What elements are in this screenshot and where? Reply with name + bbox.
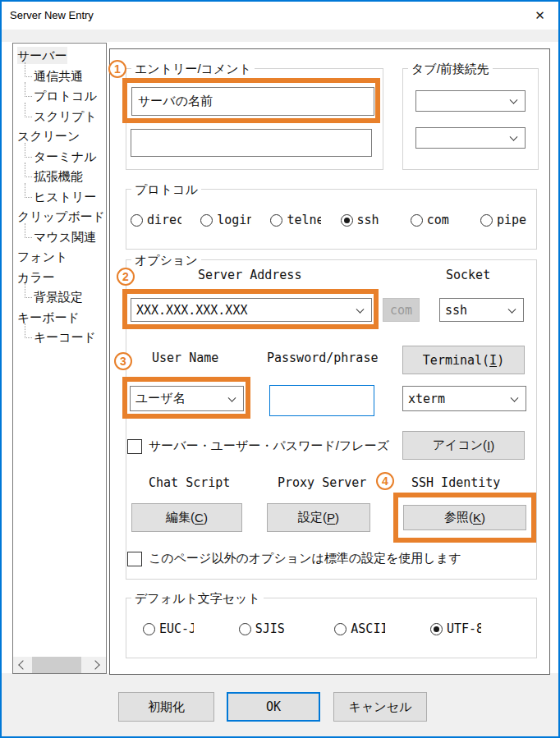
close-button[interactable]: ✕ xyxy=(521,2,558,30)
protocol-radio-row: direct login telnet ssh com pipe xyxy=(131,213,531,227)
title-bar: Server New Entry ✕ xyxy=(2,2,558,30)
ok-button[interactable]: OK xyxy=(227,692,320,722)
save-password-checkbox[interactable]: サーバー・ユーザー・パスワード/フレーズ xyxy=(127,438,389,454)
tree-item-script[interactable]: スクリプト xyxy=(17,107,106,127)
server-new-entry-dialog: Server New Entry ✕ サーバー 通信共通 プロトコル スクリプト… xyxy=(0,0,560,738)
socket-label: Socket xyxy=(446,268,490,282)
terminal-button[interactable]: Terminal(I) xyxy=(402,346,525,374)
radio-charset-sjis[interactable]: SJIS xyxy=(239,621,290,636)
radio-protocol-com[interactable]: com xyxy=(411,213,461,227)
cancel-button[interactable]: キャンセル xyxy=(333,692,427,722)
window-title: Server New Entry xyxy=(10,9,94,21)
annotation-number-3: 3 xyxy=(114,352,132,370)
radio-icon xyxy=(341,214,353,227)
proxy-config-button[interactable]: 設定(P) xyxy=(267,503,370,532)
titlebar-divider xyxy=(2,30,558,42)
chevron-down-icon xyxy=(511,393,519,401)
radio-charset-utf8[interactable]: UTF-8 xyxy=(430,621,481,636)
radio-icon xyxy=(411,214,423,227)
scroll-left-icon[interactable] xyxy=(13,657,31,673)
socket-combo[interactable]: ssh xyxy=(439,298,524,322)
chevron-down-icon xyxy=(510,96,518,104)
use-standard-settings-checkbox[interactable]: このページ以外のオプションは標準の設定を使用します xyxy=(127,551,461,566)
radio-protocol-direct[interactable]: direct xyxy=(131,213,181,227)
tree-item-font[interactable]: フォント xyxy=(17,247,106,268)
settings-tree: サーバー 通信共通 プロトコル スクリプト スクリーン ターミナル 拡張機能 ヒ… xyxy=(12,43,107,674)
password-input[interactable] xyxy=(269,385,374,416)
radio-protocol-pipe[interactable]: pipe xyxy=(480,213,531,227)
checkbox-icon xyxy=(127,439,142,454)
tree-item-history[interactable]: ヒストリー xyxy=(17,187,106,208)
password-label: Password/phrase xyxy=(267,351,378,365)
scroll-right-icon[interactable] xyxy=(88,657,106,673)
option-group-label: オプション xyxy=(131,252,201,268)
radio-icon xyxy=(200,214,213,227)
checkbox-icon xyxy=(127,552,142,566)
charset-radio-row: EUC-JP SJIS ASCII UTF-8 xyxy=(143,621,481,636)
radio-icon xyxy=(131,214,143,227)
protocol-group-label: プロトコル xyxy=(131,181,201,197)
chevron-down-icon xyxy=(228,393,236,401)
radio-protocol-login[interactable]: login xyxy=(200,213,251,227)
com-button: com xyxy=(383,298,420,322)
chevron-down-icon xyxy=(510,133,518,141)
tab-preconnect-group: タブ/前接続先 xyxy=(402,68,539,170)
tree-item-mouse[interactable]: マウス関連 xyxy=(17,227,106,248)
radio-charset-ascii[interactable]: ASCII xyxy=(334,621,385,636)
tree-item-background[interactable]: 背景設定 xyxy=(17,287,106,308)
comment-input[interactable] xyxy=(131,129,372,157)
preconnect-select[interactable] xyxy=(415,127,526,149)
chevron-down-icon xyxy=(356,305,365,313)
tree-item-keycode[interactable]: キーコード xyxy=(17,328,106,348)
tab-preconnect-group-label: タブ/前接続先 xyxy=(408,61,493,76)
radio-icon xyxy=(143,623,155,635)
radio-icon xyxy=(480,214,493,227)
ssh-identity-browse-button[interactable]: 参照(K) xyxy=(403,505,526,530)
server-settings-panel: エントリー/コメント サーバの名前 タブ/前接続先 プロトコル direct l… xyxy=(109,48,550,675)
user-name-label: User Name xyxy=(152,351,218,365)
server-address-label: Server Address xyxy=(198,268,301,282)
radio-icon xyxy=(334,623,347,635)
charset-group-label: デフォルト文字セット xyxy=(131,590,264,606)
annotation-number-1: 1 xyxy=(108,60,126,78)
terminal-type-combo[interactable]: xterm xyxy=(402,386,526,411)
proxy-server-label: Proxy Server xyxy=(278,475,366,490)
annotation-number-4: 4 xyxy=(376,472,394,490)
radio-charset-eucjp[interactable]: EUC-JP xyxy=(143,621,194,636)
radio-icon xyxy=(430,623,443,635)
chat-script-edit-button[interactable]: 編集(C) xyxy=(131,503,242,532)
tree-list: サーバー 通信共通 プロトコル スクリプト スクリーン ターミナル 拡張機能 ヒ… xyxy=(13,44,106,348)
scrollbar-thumb[interactable] xyxy=(32,657,81,673)
radio-icon xyxy=(239,623,251,635)
entry-name-input[interactable]: サーバの名前 xyxy=(131,87,374,116)
chevron-down-icon xyxy=(508,305,516,313)
radio-icon xyxy=(270,214,282,227)
chat-script-label: Chat Script xyxy=(149,475,230,490)
server-address-combo[interactable]: XXX.XXX.XXX.XXX xyxy=(131,298,372,322)
tab-select[interactable] xyxy=(415,90,526,112)
radio-protocol-telnet[interactable]: telnet xyxy=(270,213,321,227)
user-name-combo[interactable]: ユーザ名 xyxy=(130,386,244,411)
close-icon: ✕ xyxy=(535,8,545,23)
ssh-identity-label: SSH Identity xyxy=(411,475,500,490)
tree-horizontal-scrollbar[interactable] xyxy=(13,657,106,673)
entry-comment-group-label: エントリー/コメント xyxy=(131,61,255,76)
icon-button[interactable]: アイコン(I) xyxy=(402,431,525,460)
radio-protocol-ssh[interactable]: ssh xyxy=(341,213,392,227)
init-button[interactable]: 初期化 xyxy=(118,692,214,722)
annotation-number-2: 2 xyxy=(117,268,135,286)
